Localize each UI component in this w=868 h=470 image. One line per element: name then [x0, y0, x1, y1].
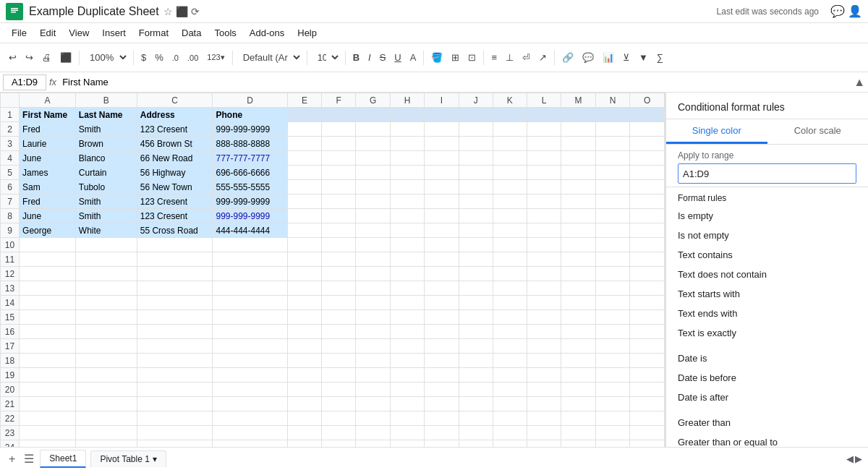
cell-C13[interactable]: [137, 281, 213, 296]
tab-color-scale[interactable]: Color scale: [767, 119, 869, 144]
cell-L23[interactable]: [527, 426, 561, 440]
cell-M7[interactable]: [561, 195, 596, 209]
borders-button[interactable]: ⊞: [448, 51, 462, 64]
cell-K8[interactable]: [493, 209, 527, 223]
cell-A4[interactable]: June: [20, 151, 76, 166]
percent-button[interactable]: %: [152, 51, 166, 64]
cell-H3[interactable]: [390, 137, 424, 151]
cell-B24[interactable]: [75, 440, 137, 448]
cell-I6[interactable]: [425, 180, 459, 195]
cell-F24[interactable]: [322, 440, 356, 448]
cell-M17[interactable]: [561, 339, 596, 354]
cell-L20[interactable]: [527, 383, 561, 397]
cell-A21[interactable]: [20, 397, 76, 411]
cell-G17[interactable]: [356, 339, 391, 354]
rotate-button[interactable]: ↗: [536, 51, 550, 64]
cell-D5[interactable]: 696-666-6666: [213, 166, 287, 180]
cell-J23[interactable]: [459, 426, 493, 440]
fontsize-select[interactable]: 10: [312, 50, 341, 65]
cell-C10[interactable]: [137, 238, 213, 252]
cell-J10[interactable]: [459, 238, 493, 252]
cell-K14[interactable]: [493, 296, 527, 310]
cell-J15[interactable]: [459, 310, 493, 325]
cell-L3[interactable]: [527, 137, 561, 151]
wrap-button[interactable]: ⏎: [519, 51, 533, 64]
cell-E16[interactable]: [287, 325, 321, 339]
cell-C21[interactable]: [137, 397, 213, 411]
cell-K20[interactable]: [493, 383, 527, 397]
dropdown-item-is-empty[interactable]: Is empty: [666, 206, 868, 226]
cell-J6[interactable]: [459, 180, 493, 195]
cell-D8[interactable]: 999-999-9999: [213, 209, 287, 223]
cell-L15[interactable]: [527, 310, 561, 325]
cell-M24[interactable]: [561, 440, 596, 448]
cell-G22[interactable]: [356, 411, 391, 426]
currency-button[interactable]: $: [138, 51, 149, 64]
spreadsheet[interactable]: ABCDEFGHIJKLMNO 1First NameLast NameAddr…: [0, 93, 665, 447]
add-sheet-button[interactable]: +: [6, 451, 18, 467]
sheet-tab-sheet1[interactable]: Sheet1: [40, 450, 86, 468]
history-icon[interactable]: ⟳: [191, 6, 200, 17]
cell-I19[interactable]: [425, 368, 459, 383]
account-icon[interactable]: 👤: [848, 4, 862, 18]
cell-G13[interactable]: [356, 281, 391, 296]
cell-H21[interactable]: [390, 397, 424, 411]
cell-A11[interactable]: [20, 252, 76, 267]
align-button[interactable]: ≡: [488, 51, 500, 64]
cell-L10[interactable]: [527, 238, 561, 252]
format-123-button[interactable]: 123▾: [204, 51, 227, 64]
cell-O11[interactable]: [630, 252, 665, 267]
cell-L1[interactable]: [527, 108, 561, 122]
cell-L18[interactable]: [527, 354, 561, 368]
cell-M10[interactable]: [561, 238, 596, 252]
cell-O23[interactable]: [630, 426, 665, 440]
cell-F1[interactable]: [322, 108, 356, 122]
cell-L13[interactable]: [527, 281, 561, 296]
scroll-left-icon[interactable]: ◀: [846, 453, 854, 464]
cell-A8[interactable]: June: [20, 209, 76, 223]
cell-E21[interactable]: [287, 397, 321, 411]
sheet-container[interactable]: ABCDEFGHIJKLMNO 1First NameLast NameAddr…: [0, 93, 665, 447]
valign-button[interactable]: ⊥: [503, 51, 516, 64]
cell-F13[interactable]: [322, 281, 356, 296]
cell-J24[interactable]: [459, 440, 493, 448]
dropdown-item-text-contains[interactable]: Text contains: [666, 245, 868, 265]
cell-J21[interactable]: [459, 397, 493, 411]
cell-O19[interactable]: [630, 368, 665, 383]
cell-E20[interactable]: [287, 383, 321, 397]
apply-range-input[interactable]: [678, 163, 856, 184]
cell-J11[interactable]: [459, 252, 493, 267]
cell-D14[interactable]: [213, 296, 287, 310]
cell-E9[interactable]: [287, 223, 321, 238]
cell-F2[interactable]: [322, 122, 356, 137]
cell-L24[interactable]: [527, 440, 561, 448]
cell-N1[interactable]: [595, 108, 629, 122]
cell-G19[interactable]: [356, 368, 391, 383]
cell-G1[interactable]: [356, 108, 391, 122]
menu-item-help[interactable]: Help: [292, 26, 323, 40]
cell-B2[interactable]: Smith: [75, 122, 137, 137]
cell-I14[interactable]: [425, 296, 459, 310]
cell-F21[interactable]: [322, 397, 356, 411]
cell-I20[interactable]: [425, 383, 459, 397]
cell-L11[interactable]: [527, 252, 561, 267]
cell-K7[interactable]: [493, 195, 527, 209]
cell-B15[interactable]: [75, 310, 137, 325]
cell-N20[interactable]: [595, 383, 629, 397]
cell-H23[interactable]: [390, 426, 424, 440]
cell-O14[interactable]: [630, 296, 665, 310]
cell-B17[interactable]: [75, 339, 137, 354]
cell-I13[interactable]: [425, 281, 459, 296]
dropdown-item-text-starts-with[interactable]: Text starts with: [666, 284, 868, 304]
cell-I16[interactable]: [425, 325, 459, 339]
cell-D1[interactable]: Phone: [213, 108, 287, 122]
cell-F19[interactable]: [322, 368, 356, 383]
cell-G11[interactable]: [356, 252, 391, 267]
cell-B13[interactable]: [75, 281, 137, 296]
cell-O13[interactable]: [630, 281, 665, 296]
cell-O4[interactable]: [630, 151, 665, 166]
cell-K15[interactable]: [493, 310, 527, 325]
cell-M14[interactable]: [561, 296, 596, 310]
cell-B18[interactable]: [75, 354, 137, 368]
cell-M4[interactable]: [561, 151, 596, 166]
